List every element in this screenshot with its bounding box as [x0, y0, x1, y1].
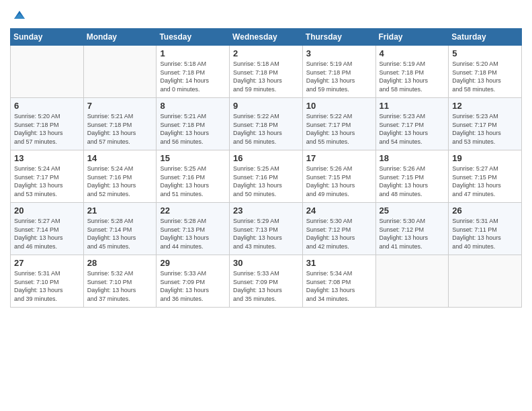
day-info: Sunrise: 5:30 AM Sunset: 7:12 PM Dayligh… [306, 217, 372, 250]
day-info: Sunrise: 5:27 AM Sunset: 7:14 PM Dayligh… [14, 217, 80, 250]
day-cell: 14Sunrise: 5:24 AM Sunset: 7:16 PM Dayli… [83, 150, 157, 203]
day-header-wednesday: Wednesday [230, 29, 303, 46]
day-cell: 19Sunrise: 5:27 AM Sunset: 7:15 PM Dayli… [449, 150, 522, 203]
day-cell: 18Sunrise: 5:26 AM Sunset: 7:15 PM Dayli… [375, 150, 449, 203]
header [10, 7, 522, 23]
day-number: 9 [233, 101, 299, 111]
calendar-table: SundayMondayTuesdayWednesdayThursdayFrid… [10, 28, 522, 308]
day-info: Sunrise: 5:22 AM Sunset: 7:17 PM Dayligh… [306, 112, 372, 146]
week-row-5: 27Sunrise: 5:31 AM Sunset: 7:10 PM Dayli… [11, 255, 522, 308]
day-cell [83, 46, 157, 98]
day-number: 10 [306, 101, 372, 111]
day-cell: 26Sunrise: 5:31 AM Sunset: 7:11 PM Dayli… [449, 203, 522, 255]
day-cell: 2Sunrise: 5:18 AM Sunset: 7:18 PM Daylig… [230, 46, 303, 98]
day-number: 27 [14, 258, 80, 268]
day-number: 17 [306, 153, 372, 163]
day-number: 20 [14, 205, 80, 216]
day-cell: 12Sunrise: 5:23 AM Sunset: 7:17 PM Dayli… [449, 98, 522, 150]
day-number: 18 [380, 153, 445, 163]
day-number: 3 [306, 48, 372, 58]
day-number: 25 [380, 205, 445, 216]
day-cell: 9Sunrise: 5:22 AM Sunset: 7:18 PM Daylig… [230, 98, 303, 150]
day-info: Sunrise: 5:21 AM Sunset: 7:18 PM Dayligh… [160, 112, 226, 146]
day-header-sunday: Sunday [11, 29, 84, 46]
day-number: 23 [233, 205, 299, 216]
day-cell: 25Sunrise: 5:30 AM Sunset: 7:12 PM Dayli… [375, 203, 449, 255]
day-cell: 27Sunrise: 5:31 AM Sunset: 7:10 PM Dayli… [11, 255, 84, 308]
day-info: Sunrise: 5:34 AM Sunset: 7:08 PM Dayligh… [306, 269, 372, 303]
day-cell: 3Sunrise: 5:19 AM Sunset: 7:18 PM Daylig… [302, 46, 375, 98]
day-number: 8 [160, 101, 226, 111]
day-number: 4 [380, 48, 445, 58]
svg-marker-1 [14, 13, 25, 19]
day-info: Sunrise: 5:31 AM Sunset: 7:10 PM Dayligh… [14, 269, 80, 303]
day-cell [449, 255, 522, 308]
day-info: Sunrise: 5:23 AM Sunset: 7:17 PM Dayligh… [380, 112, 445, 146]
day-cell: 7Sunrise: 5:21 AM Sunset: 7:18 PM Daylig… [83, 98, 157, 150]
day-header-saturday: Saturday [449, 29, 522, 46]
day-cell: 6Sunrise: 5:20 AM Sunset: 7:18 PM Daylig… [11, 98, 84, 150]
day-cell [11, 46, 84, 98]
day-number: 14 [87, 153, 153, 163]
day-number: 28 [87, 258, 153, 268]
day-info: Sunrise: 5:21 AM Sunset: 7:18 PM Dayligh… [87, 112, 153, 146]
day-number: 1 [160, 48, 226, 58]
day-number: 30 [233, 258, 299, 268]
days-header-row: SundayMondayTuesdayWednesdayThursdayFrid… [11, 29, 522, 46]
day-info: Sunrise: 5:26 AM Sunset: 7:15 PM Dayligh… [306, 165, 372, 198]
day-info: Sunrise: 5:31 AM Sunset: 7:11 PM Dayligh… [452, 217, 518, 250]
day-number: 13 [14, 153, 80, 163]
day-cell: 29Sunrise: 5:33 AM Sunset: 7:09 PM Dayli… [157, 255, 230, 308]
week-row-3: 13Sunrise: 5:24 AM Sunset: 7:17 PM Dayli… [11, 150, 522, 203]
day-cell: 13Sunrise: 5:24 AM Sunset: 7:17 PM Dayli… [11, 150, 84, 203]
day-info: Sunrise: 5:33 AM Sunset: 7:09 PM Dayligh… [160, 269, 226, 303]
day-cell: 28Sunrise: 5:32 AM Sunset: 7:10 PM Dayli… [83, 255, 157, 308]
logo [10, 7, 28, 23]
day-info: Sunrise: 5:25 AM Sunset: 7:16 PM Dayligh… [233, 165, 299, 198]
day-info: Sunrise: 5:28 AM Sunset: 7:13 PM Dayligh… [160, 217, 226, 250]
day-info: Sunrise: 5:32 AM Sunset: 7:10 PM Dayligh… [87, 269, 153, 303]
day-info: Sunrise: 5:28 AM Sunset: 7:14 PM Dayligh… [87, 217, 153, 250]
day-cell: 15Sunrise: 5:25 AM Sunset: 7:16 PM Dayli… [157, 150, 230, 203]
day-header-thursday: Thursday [302, 29, 375, 46]
day-info: Sunrise: 5:18 AM Sunset: 7:18 PM Dayligh… [233, 60, 299, 93]
day-info: Sunrise: 5:24 AM Sunset: 7:17 PM Dayligh… [14, 165, 80, 198]
day-number: 2 [233, 48, 299, 58]
day-cell: 21Sunrise: 5:28 AM Sunset: 7:14 PM Dayli… [83, 203, 157, 255]
day-info: Sunrise: 5:22 AM Sunset: 7:18 PM Dayligh… [233, 112, 299, 146]
day-info: Sunrise: 5:33 AM Sunset: 7:09 PM Dayligh… [233, 269, 299, 303]
day-cell: 17Sunrise: 5:26 AM Sunset: 7:15 PM Dayli… [302, 150, 375, 203]
day-info: Sunrise: 5:27 AM Sunset: 7:15 PM Dayligh… [452, 165, 518, 198]
day-info: Sunrise: 5:20 AM Sunset: 7:18 PM Dayligh… [14, 112, 80, 146]
day-cell: 4Sunrise: 5:19 AM Sunset: 7:18 PM Daylig… [375, 46, 449, 98]
day-cell: 5Sunrise: 5:20 AM Sunset: 7:18 PM Daylig… [449, 46, 522, 98]
week-row-1: 1Sunrise: 5:18 AM Sunset: 7:18 PM Daylig… [11, 46, 522, 98]
day-number: 26 [452, 205, 518, 216]
day-cell: 11Sunrise: 5:23 AM Sunset: 7:17 PM Dayli… [375, 98, 449, 150]
day-info: Sunrise: 5:29 AM Sunset: 7:13 PM Dayligh… [233, 217, 299, 250]
day-cell [375, 255, 449, 308]
day-number: 15 [160, 153, 226, 163]
day-cell: 22Sunrise: 5:28 AM Sunset: 7:13 PM Dayli… [157, 203, 230, 255]
calendar-page: SundayMondayTuesdayWednesdayThursdayFrid… [0, 0, 532, 411]
day-number: 7 [87, 101, 153, 111]
day-info: Sunrise: 5:19 AM Sunset: 7:18 PM Dayligh… [306, 60, 372, 93]
day-cell: 10Sunrise: 5:22 AM Sunset: 7:17 PM Dayli… [302, 98, 375, 150]
day-number: 21 [87, 205, 153, 216]
logo-icon [11, 7, 28, 23]
day-cell: 31Sunrise: 5:34 AM Sunset: 7:08 PM Dayli… [302, 255, 375, 308]
day-info: Sunrise: 5:25 AM Sunset: 7:16 PM Dayligh… [160, 165, 226, 198]
day-info: Sunrise: 5:30 AM Sunset: 7:12 PM Dayligh… [380, 217, 445, 250]
day-cell: 24Sunrise: 5:30 AM Sunset: 7:12 PM Dayli… [302, 203, 375, 255]
day-header-friday: Friday [375, 29, 449, 46]
day-number: 22 [160, 205, 226, 216]
week-row-2: 6Sunrise: 5:20 AM Sunset: 7:18 PM Daylig… [11, 98, 522, 150]
day-header-tuesday: Tuesday [157, 29, 230, 46]
day-cell: 23Sunrise: 5:29 AM Sunset: 7:13 PM Dayli… [230, 203, 303, 255]
day-number: 12 [452, 101, 518, 111]
day-info: Sunrise: 5:18 AM Sunset: 7:18 PM Dayligh… [160, 60, 226, 93]
day-cell: 20Sunrise: 5:27 AM Sunset: 7:14 PM Dayli… [11, 203, 84, 255]
day-info: Sunrise: 5:24 AM Sunset: 7:16 PM Dayligh… [87, 165, 153, 198]
day-number: 31 [306, 258, 372, 268]
week-row-4: 20Sunrise: 5:27 AM Sunset: 7:14 PM Dayli… [11, 203, 522, 255]
